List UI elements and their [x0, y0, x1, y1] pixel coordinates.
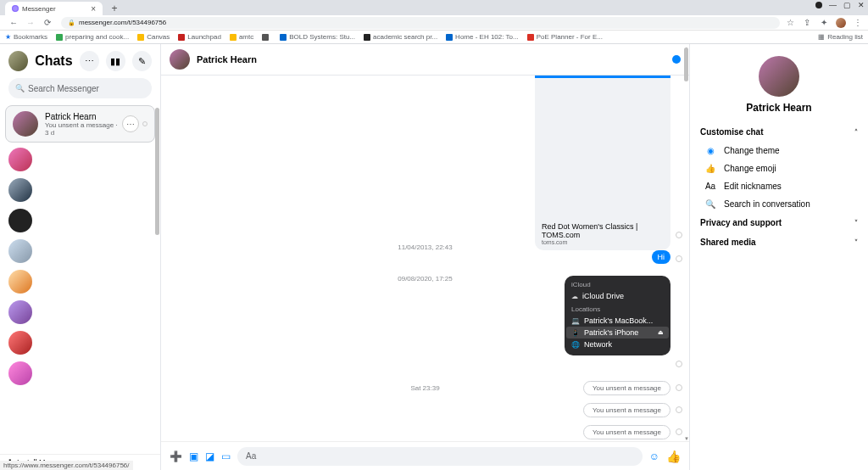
conversation-avatar[interactable]: [8, 361, 32, 385]
attachment-card[interactable]: iCloud ☁iCloud Drive Locations 💻Patrick'…: [565, 276, 670, 355]
browser-tab-strip: Messenger × + — ▢ ✕: [0, 0, 868, 15]
search-input[interactable]: Search Messenger: [8, 78, 152, 98]
avatar-large[interactable]: [759, 56, 799, 97]
conversation-avatar[interactable]: [8, 331, 32, 355]
contact-name: Patrick Hearn: [700, 102, 858, 114]
conversation-preview: You unsent a message · 3 d: [45, 121, 122, 137]
change-theme-option[interactable]: ◉Change theme: [700, 142, 858, 159]
info-button[interactable]: [672, 55, 681, 64]
conversation-avatar[interactable]: [8, 239, 32, 263]
conversation-avatar[interactable]: [8, 148, 32, 171]
bookmark-item[interactable]: [262, 34, 271, 41]
chat-header: Patrick Hearn: [161, 44, 689, 76]
bookmark-item[interactable]: amtc: [230, 33, 253, 41]
delivery-status-icon: [676, 361, 682, 367]
minimize-button[interactable]: —: [829, 1, 837, 9]
chevron-down-icon: ˅: [854, 219, 858, 227]
share-icon[interactable]: ⇪: [802, 18, 812, 28]
bookmark-item[interactable]: PoE Planner - For E...: [527, 33, 603, 41]
location-item[interactable]: 🌐Network: [571, 339, 664, 350]
video-call-button[interactable]: ▮▮: [106, 51, 125, 71]
unsent-message-pill: You unsent a message: [583, 403, 670, 417]
close-tab-icon[interactable]: ×: [91, 4, 96, 14]
unsent-message-pill: You unsent a message: [583, 381, 670, 395]
chat-title: Patrick Hearn: [197, 54, 672, 64]
delivery-status-icon: [676, 428, 682, 435]
eject-icon[interactable]: ⏏: [658, 329, 664, 336]
bookmark-item[interactable]: academic search pr...: [364, 33, 437, 41]
delivery-status-icon: [676, 232, 682, 238]
avatar[interactable]: [170, 49, 190, 70]
conversation-avatar[interactable]: [8, 300, 32, 324]
thumbs-up-icon: 👍: [704, 164, 717, 173]
bookmark-item[interactable]: preparing and cook...: [56, 33, 129, 41]
chats-heading: Chats: [35, 53, 72, 69]
add-button[interactable]: ➕: [170, 450, 182, 462]
photo-button[interactable]: ▣: [189, 450, 198, 462]
new-tab-button[interactable]: +: [108, 2, 121, 15]
options-button[interactable]: ⋯: [80, 51, 99, 71]
link-domain: toms.com: [542, 239, 664, 245]
location-item-selected[interactable]: 📱Patrick's iPhone⏏: [566, 327, 669, 339]
delivery-status-icon: [676, 255, 682, 262]
card-section-label: Locations: [571, 305, 664, 313]
unsent-message-pill: You unsent a message: [583, 425, 670, 439]
profile-avatar[interactable]: [836, 18, 846, 28]
customise-chat-section[interactable]: Customise chat˄: [700, 122, 858, 142]
bookmark-item[interactable]: BOLD Systems: Stu...: [280, 33, 355, 41]
compose-button[interactable]: ✎: [132, 51, 152, 71]
location-item[interactable]: 💻Patrick's MacBook...: [571, 315, 664, 327]
card-section-label: iCloud: [571, 281, 664, 288]
bookmark-item[interactable]: ★Bookmarks: [5, 33, 47, 41]
reading-list-button[interactable]: ▦Reading list: [818, 33, 863, 41]
link-title: Red Dot Women's Classics | TOMS.com: [542, 222, 664, 239]
window-controls: — ▢ ✕: [815, 1, 865, 9]
conversation-menu-button[interactable]: ⋯: [122, 115, 139, 132]
emoji-button[interactable]: ☺: [649, 450, 659, 462]
message-input[interactable]: Aa: [237, 447, 643, 466]
reload-button[interactable]: ⟳: [42, 17, 53, 29]
chat-scrollbar[interactable]: ▲ ▼: [683, 46, 689, 470]
sidebar-scrollbar[interactable]: [155, 108, 160, 328]
chat-pane: Patrick Hearn Red Dot Women's Classics |…: [161, 44, 690, 470]
star-icon[interactable]: ☆: [785, 18, 795, 28]
link-preview-card[interactable]: Red Dot Women's Classics | TOMS.com toms…: [535, 76, 670, 250]
composer: ➕ ▣ ◪ ▭ Aa ☺ 👍: [161, 441, 689, 470]
browser-tab[interactable]: Messenger ×: [5, 2, 103, 15]
bookmark-item[interactable]: Launchpad: [178, 33, 221, 41]
back-button[interactable]: ←: [8, 17, 19, 29]
tab-title: Messenger: [22, 5, 56, 13]
avatar: [13, 111, 38, 137]
gif-button[interactable]: ▭: [221, 450, 231, 462]
messenger-favicon: [12, 5, 19, 12]
forward-button[interactable]: →: [25, 17, 36, 29]
media-icon[interactable]: [815, 2, 822, 8]
shared-media-section[interactable]: Shared media˅: [700, 232, 858, 252]
bookmark-item[interactable]: Canvas: [137, 33, 170, 41]
icloud-drive-item[interactable]: ☁iCloud Drive: [571, 290, 664, 302]
extensions-icon[interactable]: ✦: [819, 18, 829, 28]
conversation-avatar[interactable]: [8, 209, 32, 232]
conversation-row[interactable]: Patrick Hearn You unsent a message · 3 d…: [5, 105, 155, 143]
like-button[interactable]: 👍: [666, 450, 681, 463]
close-window-button[interactable]: ✕: [858, 1, 865, 9]
conversation-avatar[interactable]: [8, 178, 32, 202]
sent-message-bubble[interactable]: Hi: [652, 250, 671, 264]
privacy-support-section[interactable]: Privacy and support˅: [700, 213, 858, 232]
menu-icon[interactable]: ⋮: [853, 18, 863, 28]
status-bar: https://www.messenger.com/t/534496756/: [0, 461, 133, 470]
url-input[interactable]: 🔒 messenger.com/t/534496756: [61, 17, 780, 29]
bookmark-item[interactable]: Home - EH 102: To...: [446, 33, 519, 41]
user-avatar[interactable]: [8, 51, 28, 71]
search-conversation-option[interactable]: 🔍Search in conversation: [700, 195, 858, 213]
edit-nicknames-option[interactable]: AaEdit nicknames: [700, 177, 858, 195]
conversation-avatar[interactable]: [8, 270, 32, 294]
message-list: Red Dot Women's Classics | TOMS.com toms…: [161, 76, 689, 441]
change-emoji-option[interactable]: 👍Change emoji: [700, 159, 858, 177]
delivery-status-icon: [676, 384, 682, 391]
text-icon: Aa: [704, 182, 717, 191]
sticker-button[interactable]: ◪: [205, 450, 214, 462]
chevron-down-icon: ˅: [854, 238, 858, 246]
maximize-button[interactable]: ▢: [843, 1, 851, 9]
info-panel: Patrick Hearn Customise chat˄ ◉Change th…: [690, 44, 868, 470]
